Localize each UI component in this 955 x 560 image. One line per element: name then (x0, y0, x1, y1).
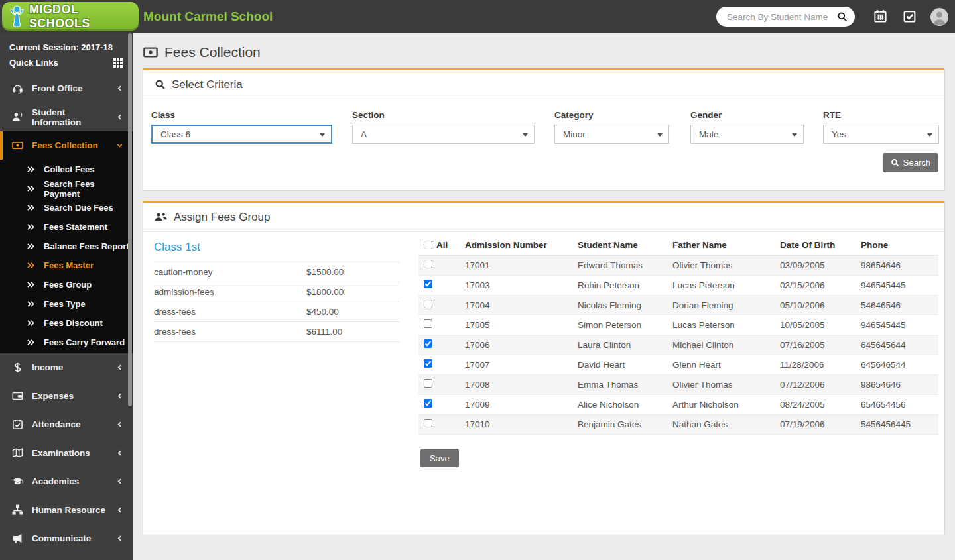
sidebar-item-student-information[interactable]: Student Information (0, 103, 133, 131)
class-select[interactable]: Class 6 (151, 125, 332, 144)
double-right-icon (27, 300, 35, 308)
chevron-left-icon (116, 478, 123, 485)
sidebar-subitem-balance-fees-report[interactable]: Balance Fees Report (0, 237, 133, 256)
father-cell: Lucas Peterson (667, 275, 774, 295)
select-all-cell: All (418, 235, 459, 255)
student-cell: Laura Clinton (572, 335, 667, 355)
row-checkbox[interactable] (424, 260, 432, 268)
row-checkbox[interactable] (424, 399, 432, 408)
save-button[interactable]: Save (420, 449, 459, 467)
sidebar-item-fees-collection[interactable]: Fees Collection (0, 131, 133, 160)
phone-cell: 946545445 (855, 315, 938, 335)
school-name: Mount Carmel School (143, 0, 273, 33)
student-cell: David Heart (572, 355, 667, 374)
sidebar-item-expenses[interactable]: Expenses (0, 382, 133, 410)
phone-cell: 946545445 (855, 275, 938, 295)
student-row: 17003Robin PetersonLucas Peterson03/15/2… (418, 275, 938, 295)
sidebar-item-income[interactable]: Income (0, 353, 133, 382)
row-checkbox[interactable] (424, 379, 432, 388)
caret-down-icon (523, 133, 528, 137)
search-button[interactable]: Search (883, 153, 938, 172)
admission-cell: 17003 (459, 275, 572, 295)
row-checkbox[interactable] (424, 339, 432, 348)
task-check-icon[interactable] (903, 9, 917, 23)
sidebar-subitem-search-fees-payment[interactable]: Search Fees Payment (0, 179, 133, 198)
sidebar-subitem-label: Fees Group (44, 280, 92, 290)
search-button-label: Search (903, 158, 930, 168)
grid-icon[interactable] (113, 58, 123, 68)
field-label: Category (554, 110, 669, 120)
sidebar-nav: Front OfficeStudent InformationFees Coll… (0, 74, 133, 553)
sidebar-subitem-search-due-fees[interactable]: Search Due Fees (0, 198, 133, 217)
student-cell: Emma Thomas (572, 374, 667, 394)
row-checkbox-cell (418, 255, 459, 275)
sidebar-subitem-label: Fees Master (44, 260, 94, 270)
row-checkbox[interactable] (424, 359, 432, 368)
sidebar-subitem-fees-statement[interactable]: Fees Statement (0, 217, 133, 237)
sidebar-item-attendance[interactable]: Attendance (0, 410, 133, 439)
sidebar-item-label: Student Information (32, 107, 116, 127)
row-checkbox-cell (418, 355, 459, 374)
sidebar-subitem-fees-group[interactable]: Fees Group (0, 275, 133, 294)
logo-text: MIGDOL SCHOOLS (29, 3, 139, 30)
save-button-label: Save (430, 453, 450, 463)
search-icon[interactable] (837, 11, 848, 22)
section-select[interactable]: A (352, 125, 535, 144)
calendar-icon[interactable] (873, 9, 887, 23)
examinations-icon (12, 447, 23, 459)
student-row: 17001Edward ThomasOlivier Thomas03/09/20… (418, 255, 938, 275)
sidebar-subitem-collect-fees[interactable]: Collect Fees (0, 160, 133, 179)
select-value: Male (699, 129, 718, 139)
admission-cell: 17004 (459, 295, 572, 315)
category-select[interactable]: Minor (554, 125, 669, 144)
sidebar-subitem-label: Collect Fees (44, 164, 95, 174)
sidebar-subitem-fees-discount[interactable]: Fees Discount (0, 313, 133, 333)
sidebar-subitem-fees-carry-forward[interactable]: Fees Carry Forward (0, 333, 133, 352)
gender-select[interactable]: Male (690, 125, 804, 144)
sidebar-scrollbar[interactable] (128, 33, 132, 406)
row-checkbox[interactable] (424, 319, 432, 328)
user-icon (930, 8, 948, 26)
fee-row: caution-money$1500.00 (154, 262, 399, 282)
students-table-header-row: AllAdmission NumberStudent NameFather Na… (418, 235, 938, 255)
sidebar-item-communicate[interactable]: Communicate (0, 524, 133, 553)
front-office-icon (12, 83, 23, 94)
row-checkbox[interactable] (424, 280, 432, 288)
student-cell: Alice Nicholson (572, 394, 667, 414)
dob-cell: 05/10/2006 (774, 295, 855, 315)
student-search-input[interactable] (727, 12, 837, 22)
phone-cell: 645645644 (855, 335, 938, 355)
sidebar-item-examinations[interactable]: Examinations (0, 439, 133, 467)
users-icon (155, 211, 168, 223)
row-checkbox[interactable] (424, 419, 432, 427)
double-right-icon (27, 184, 35, 193)
sidebar-item-academics[interactable]: Academics (0, 467, 133, 496)
student-row: 17008Emma ThomasOlivier Thomas07/12/2006… (418, 374, 938, 394)
dob-cell: 03/09/2005 (774, 255, 855, 275)
sidebar-item-label: Income (32, 363, 63, 372)
quick-links-label: Quick Links (9, 55, 58, 70)
sidebar-item-front-office[interactable]: Front Office (0, 74, 133, 103)
double-right-icon (27, 280, 35, 289)
sidebar-item-human-resource[interactable]: Human Resource (0, 496, 133, 524)
sidebar-subitem-fees-master[interactable]: Fees Master (0, 256, 133, 275)
column-header-phone: Phone (855, 235, 938, 255)
select-all-label: All (436, 240, 448, 250)
sidebar-subitem-fees-type[interactable]: Fees Type (0, 294, 133, 313)
column-header-student-name: Student Name (572, 235, 667, 255)
brand-logo[interactable]: MIGDOL SCHOOLS (2, 2, 139, 31)
chevron-left-icon (116, 506, 123, 514)
field-label: RTE (823, 110, 939, 120)
select-all-checkbox[interactable] (424, 241, 432, 249)
select-criteria-body: Search ClassClass 6SectionACategoryMinor… (143, 101, 944, 190)
sidebar-subitem-label: Fees Type (44, 299, 86, 309)
students-table: AllAdmission NumberStudent NameFather Na… (418, 235, 938, 435)
fee-amount: $1500.00 (306, 267, 344, 277)
page-title-text: Fees Collection (164, 44, 261, 60)
fee-row: dress-fees$6111.00 (154, 322, 399, 342)
father-cell: Michael Clinton (667, 335, 774, 355)
user-avatar[interactable] (930, 8, 948, 26)
rte-select[interactable]: Yes (823, 125, 939, 144)
row-checkbox[interactable] (424, 300, 432, 308)
hr-icon (12, 504, 23, 516)
